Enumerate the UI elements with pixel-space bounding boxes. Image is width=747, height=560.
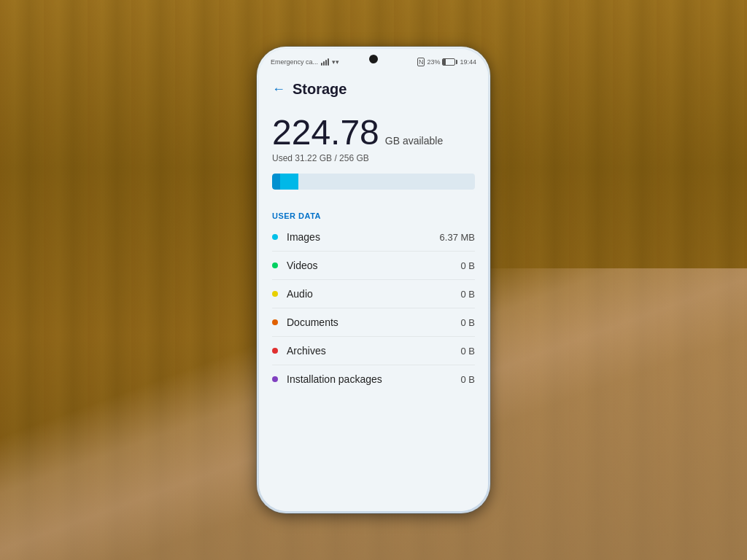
category-dot — [272, 262, 278, 268]
list-item[interactable]: Installation packages0 B — [272, 365, 475, 393]
list-item[interactable]: Archives0 B — [272, 337, 475, 365]
item-size: 6.37 MB — [440, 232, 475, 243]
phone-screen: Emergency ca... ▾▾ N 23% 19:44 — [259, 49, 488, 511]
data-list: Images6.37 MBVideos0 BAudio0 BDocuments0… — [259, 223, 488, 393]
item-size: 0 B — [460, 260, 475, 271]
battery-percent: 23% — [427, 58, 440, 66]
item-size: 0 B — [460, 289, 475, 300]
back-button[interactable]: ← — [272, 82, 285, 97]
signal-icon — [321, 58, 329, 66]
item-name: Installation packages — [287, 373, 460, 385]
storage-bar — [272, 174, 475, 190]
emergency-text: Emergency ca... — [271, 58, 318, 66]
storage-bar-system — [272, 174, 280, 190]
status-right: N 23% 19:44 — [417, 58, 476, 67]
phone-wrapper: Emergency ca... ▾▾ N 23% 19:44 — [257, 47, 490, 513]
item-size: 0 B — [460, 317, 475, 328]
phone-outer: Emergency ca... ▾▾ N 23% 19:44 — [257, 47, 490, 513]
category-dot — [272, 319, 278, 325]
camera-notch — [369, 55, 378, 63]
section-label: USER DATA — [259, 211, 488, 220]
storage-available-row: 224.78 GB available — [272, 115, 475, 150]
wifi-icon: ▾▾ — [332, 58, 339, 66]
list-item[interactable]: Images6.37 MB — [272, 223, 475, 252]
item-name: Videos — [287, 260, 460, 271]
storage-bar-used — [280, 174, 298, 190]
item-name: Audio — [287, 288, 460, 300]
category-dot — [272, 291, 278, 297]
page-title: Storage — [293, 81, 347, 98]
storage-number: 224.78 — [272, 115, 379, 150]
item-size: 0 B — [460, 346, 475, 357]
app-header: ← Storage — [259, 72, 488, 104]
item-name: Documents — [287, 316, 460, 328]
category-dot — [272, 234, 278, 240]
battery-icon — [442, 58, 457, 66]
list-item[interactable]: Documents0 B — [272, 308, 475, 337]
storage-used-label: Used 31.22 GB / 256 GB — [272, 153, 475, 163]
status-bar: Emergency ca... ▾▾ N 23% 19:44 — [259, 49, 488, 72]
list-item[interactable]: Audio0 B — [272, 280, 475, 308]
item-name: Images — [287, 231, 440, 243]
storage-unit: GB available — [385, 135, 443, 147]
status-left: Emergency ca... ▾▾ — [271, 58, 339, 66]
category-dot — [272, 376, 278, 382]
time-display: 19:44 — [460, 58, 476, 66]
list-item[interactable]: Videos0 B — [272, 252, 475, 280]
category-dot — [272, 348, 278, 354]
screen-content: ← Storage 224.78 GB available Used 31.22… — [259, 72, 488, 511]
item-name: Archives — [287, 345, 460, 357]
nfc-icon: N — [417, 58, 425, 67]
storage-info: 224.78 GB available Used 31.22 GB / 256 … — [259, 104, 488, 211]
item-size: 0 B — [460, 374, 475, 385]
